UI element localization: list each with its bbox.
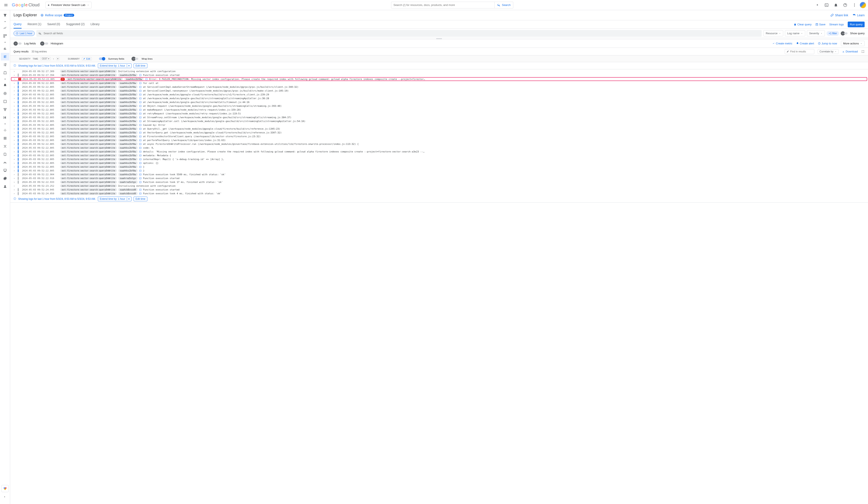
function-name-chip[interactable]: ext-firestore-vector-search-queryOnWrite (60, 173, 117, 176)
rail-settings-icon[interactable] (1, 175, 9, 182)
rail-dashboard-icon[interactable] (1, 32, 9, 40)
rail-observability-icon[interactable] (1, 485, 9, 492)
log-row[interactable]: ›2024-05-03 09:52:22.805ext-firestore-ve… (10, 146, 868, 150)
log-row[interactable]: ›2024-05-03 09:52:22.805ext-firestore-ve… (10, 154, 868, 157)
expand-icon[interactable]: › (13, 146, 17, 149)
execution-id-chip[interactable]: ouwhrxa5otgx (118, 177, 138, 180)
expand-icon[interactable]: › (13, 188, 17, 191)
correlate-by-button[interactable]: Correlate by (818, 49, 839, 54)
function-name-chip[interactable]: ext-firestore-vector-search-queryOnWrite (60, 120, 117, 123)
cloud-functions-icon[interactable]: ⟨⟩ (139, 143, 142, 145)
cloud-functions-icon[interactable]: ⟨⟩ (139, 127, 142, 130)
rail-trace-icon[interactable] (1, 61, 9, 69)
log-row[interactable]: ›2024-05-03 09:52:22.933ext-firestore-ve… (10, 180, 868, 184)
log-row[interactable]: ›2024-05-03 09:52:22.805ext-firestore-ve… (10, 169, 868, 173)
expand-icon[interactable]: › (13, 101, 17, 104)
log-row[interactable]: ›2024-05-03 09:52:22.805ext-firestore-ve… (10, 119, 868, 123)
cloud-functions-icon[interactable]: ⟨⟩ (139, 120, 142, 123)
execution-id-chip[interactable]: ouwh4vv2bf8w (118, 97, 138, 100)
execution-id-chip[interactable]: ouwhck8vvsd0 (118, 192, 138, 195)
cloud-functions-icon[interactable]: ⟨⟩ (139, 139, 142, 142)
rail-config-icon[interactable] (1, 167, 9, 174)
rail-kubernetes-icon[interactable] (1, 134, 9, 142)
execution-id-chip[interactable]: ouwh4vv2bf8w (118, 123, 138, 126)
expand-icon[interactable]: › (13, 86, 17, 89)
timezone-selector[interactable]: CEST▾ (40, 57, 51, 60)
rail-error-icon[interactable] (1, 69, 9, 76)
execution-id-chip[interactable]: ouwh4vv2bf8w (124, 78, 144, 81)
extend-time-button[interactable]: Extend time by: 1 hour▾ (98, 63, 132, 68)
search-all-fields[interactable] (37, 30, 762, 37)
log-row[interactable]: ›2024-05-03 09:52:22.805ext-firestore-ve… (10, 131, 868, 134)
tab-recent[interactable]: Recent (1) (28, 20, 41, 29)
expand-icon[interactable]: › (13, 154, 17, 157)
expand-icon[interactable]: › (13, 166, 17, 168)
edit-summary-button[interactable]: Edit (82, 57, 92, 61)
execution-id-chip[interactable]: ouwh4vv2bf8w (118, 89, 138, 92)
log-row[interactable]: ›2024-05-03 09:52:22.805ext-firestore-ve… (10, 96, 868, 100)
expand-icon[interactable]: › (13, 127, 17, 130)
expand-icon[interactable]: › (13, 185, 17, 187)
summary-fields-toggle[interactable]: ✓ (99, 57, 105, 61)
function-name-chip[interactable]: ext-firestore-vector-search-queryOnWrite (60, 93, 117, 96)
log-row[interactable]: ›2024-05-03 09:52:22.805ext-firestore-ve… (10, 127, 868, 131)
resource-filter[interactable]: Resource (763, 30, 783, 37)
expand-icon[interactable]: › (13, 120, 17, 123)
function-name-chip[interactable]: ext-firestore-vector-search-queryOnWrite (60, 143, 117, 145)
function-name-chip[interactable]: ext-firestore-vector-search-queryOnWrite (60, 184, 117, 187)
expand-icon[interactable]: › (13, 162, 17, 164)
expand-icon[interactable]: › (13, 124, 17, 126)
time-range-chip[interactable]: Last 1 hour (13, 31, 35, 36)
cloud-functions-icon[interactable]: ⟨⟩ (139, 82, 142, 84)
expand-icon[interactable]: › (13, 70, 17, 73)
execution-id-chip[interactable]: ouwh4vv2bf8w (118, 82, 138, 84)
rail-profiler-icon[interactable] (1, 114, 9, 121)
gemini-icon[interactable]: ✦ (813, 1, 822, 9)
function-name-chip[interactable]: ext-firestore-vector-search-queryOnWrite (60, 146, 117, 149)
function-name-chip[interactable]: ext-firestore-vector-search-queryOnWrite (60, 70, 117, 73)
log-row[interactable]: ›2024-05-03 09:52:22.805ext-firestore-ve… (10, 108, 868, 112)
execution-id-chip[interactable]: ouwh4vv2bf8w (118, 93, 138, 96)
refine-scope-button[interactable]: Refine scope Project (40, 13, 74, 17)
rail-uptime-icon[interactable] (1, 90, 9, 97)
cloud-functions-icon[interactable]: ⟨⟩ (139, 154, 142, 157)
cloud-functions-icon[interactable]: ⟨⟩ (139, 112, 142, 115)
cloud-functions-icon[interactable]: ⟨⟩ (139, 158, 142, 161)
cloud-functions-icon[interactable]: ⟨⟩ (139, 131, 142, 134)
time-format-button[interactable]: ▾ (56, 57, 59, 60)
function-name-chip[interactable]: ext-firestore-vector-search-queryOnWrite (60, 181, 117, 184)
execution-id-chip[interactable]: ouwh4vv2bf8w (118, 169, 138, 172)
log-row[interactable]: ›2024-05-03 09:52:22.805ext-firestore-ve… (10, 138, 868, 142)
cloud-shell-icon[interactable] (822, 1, 831, 9)
logname-filter[interactable]: Log name (785, 30, 805, 37)
function-name-chip[interactable]: ext-firestore-vector-search-queryOnWrite (60, 158, 117, 161)
cloud-functions-icon[interactable]: ⟨⟩ (139, 146, 142, 149)
cloud-functions-icon[interactable]: ⟨⟩ (139, 97, 142, 100)
log-row[interactable]: ›2024-05-03 09:52:17.309ext-firestore-ve… (10, 69, 868, 73)
expand-icon[interactable]: › (13, 135, 17, 138)
jump-to-now-button[interactable]: Jump to now (818, 42, 837, 45)
rail-logs-icon[interactable] (1, 53, 9, 61)
execution-id-chip[interactable]: ouwh4vv2bf8w (118, 101, 138, 104)
edit-time-button[interactable]: Edit time (134, 197, 147, 201)
cloud-functions-icon[interactable]: ⟨⟩ (139, 150, 142, 153)
rail-book-icon[interactable] (1, 151, 9, 158)
log-row[interactable]: ›2024-05-03 09:52:22.805ext-firestore-ve… (10, 142, 868, 146)
cloud-functions-icon[interactable]: ⟨⟩ (139, 104, 142, 107)
function-name-chip[interactable]: ext-firestore-vector-search-queryOnWrite (60, 131, 117, 134)
share-link-button[interactable]: Share link (830, 13, 848, 17)
cloud-functions-icon[interactable]: ⟨⟩ (139, 169, 142, 172)
function-name-chip[interactable]: ext-firestore-vector-search-queryOnWrite (66, 78, 123, 81)
execution-id-chip[interactable]: ouwh4vv2bf8w (118, 162, 138, 164)
log-row[interactable]: ›2024-05-03 09:52:22.805ext-firestore-ve… (10, 89, 868, 93)
log-row[interactable]: ›2024-05-03 09:52:23.252ext-firestore-ve… (10, 184, 868, 188)
log-row[interactable]: ›2024-05-03 09:52:22.805ext-firestore-ve… (10, 81, 868, 85)
execution-id-chip[interactable]: ouwh4vv2bf8w (118, 74, 138, 76)
notifications-icon[interactable] (831, 1, 840, 9)
log-row[interactable]: ›2024-05-03 09:52:22.805ext-firestore-ve… (10, 93, 868, 96)
rail-collapse-icon[interactable] (1, 493, 9, 501)
error-reporting-badge[interactable]: ⬡ (61, 78, 65, 81)
show-query-toggle[interactable]: − (841, 31, 847, 35)
find-in-results-input[interactable] (790, 50, 813, 53)
rail-analytics-icon[interactable] (1, 158, 9, 166)
